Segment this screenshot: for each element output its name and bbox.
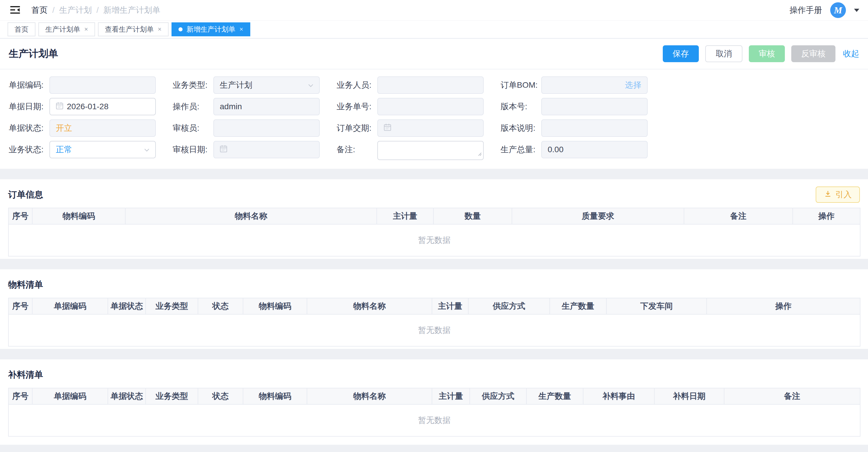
chevron-down-icon — [143, 146, 151, 156]
tab-label: 首页 — [14, 25, 29, 34]
audit-date-input — [231, 145, 313, 154]
doc-date-picker[interactable] — [50, 98, 156, 115]
column-header: 物料编码 — [243, 298, 307, 314]
tab-label: 查看生产计划单 — [105, 25, 154, 34]
operator-label: 操作员: — [173, 98, 213, 115]
total-qty-value: 0.00 — [548, 145, 564, 154]
doc-date-label: 单据日期: — [9, 98, 50, 115]
doc-header: 生产计划单 保存 取消 审核 反审核 收起 — [0, 39, 868, 69]
column-header: 生产数量 — [550, 298, 607, 314]
column-header: 供应方式 — [468, 298, 550, 314]
column-header: 状态 — [198, 298, 243, 314]
column-header: 序号 — [8, 388, 32, 405]
manual-link[interactable]: 操作手册 — [789, 5, 822, 16]
breadcrumb-home[interactable]: 首页 — [31, 5, 48, 16]
tab-label: 生产计划单 — [45, 25, 80, 34]
refill-list-table: 序号 单据编码 单据状态 业务类型 状态 物料编码 物料名称 主计量 供应方式 … — [8, 388, 861, 437]
doc-code-field — [50, 76, 156, 94]
cancel-button[interactable]: 取消 — [705, 45, 742, 62]
avatar[interactable]: M — [830, 2, 846, 18]
import-button[interactable]: 引入 — [816, 187, 860, 203]
version-no-input — [548, 102, 641, 111]
column-header: 补料事由 — [583, 388, 654, 405]
breadcrumb-current: 新增生产计划单 — [103, 5, 160, 16]
column-header: 物料名称 — [307, 298, 432, 314]
column-header: 物料编码 — [32, 208, 125, 224]
column-header: 主计量 — [432, 388, 470, 405]
close-icon[interactable]: × — [84, 26, 88, 33]
chevron-down-icon[interactable] — [854, 9, 859, 12]
tab-label: 新增生产计划单 — [187, 25, 236, 34]
calendar-icon — [220, 145, 227, 155]
operator-input — [220, 102, 313, 111]
resize-grip-icon[interactable] — [477, 149, 482, 158]
doc-status-field: 开立 — [50, 119, 156, 137]
column-header: 下发车间 — [607, 298, 707, 314]
column-header: 单据编码 — [32, 298, 108, 314]
order-bom-pick-link[interactable]: 选择 — [625, 79, 641, 91]
biz-status-select[interactable]: 正常 — [50, 141, 156, 158]
doc-status-label: 单据状态: — [9, 119, 50, 137]
tab-production-plan-list[interactable]: 生产计划单 × — [38, 22, 95, 36]
biz-type-label: 业务类型: — [173, 76, 213, 94]
order-info-table: 序号 物料编码 物料名称 主计量 数量 质量要求 备注 操作 暂无数据 — [8, 208, 861, 257]
breadcrumb-level1[interactable]: 生产计划 — [59, 5, 92, 16]
column-header: 主计量 — [432, 298, 468, 314]
version-no-label: 版本号: — [501, 98, 541, 115]
column-header: 备注 — [684, 208, 793, 224]
order-info-title: 订单信息 — [8, 189, 43, 201]
order-info-section: 订单信息 引入 序号 物料编码 物料名称 主计量 数量 质量要求 — [0, 179, 868, 259]
chevron-down-icon — [307, 82, 314, 91]
version-desc-field — [541, 119, 648, 137]
order-due-picker — [377, 119, 484, 137]
menu-fold-icon[interactable] — [9, 4, 22, 17]
material-list-section: 物料清单 序号 单据编码 单据状态 业务类型 状态 物料编码 物料名称 主计量 … — [0, 269, 868, 349]
biz-no-field — [377, 98, 484, 115]
auditor-label: 审核员: — [173, 119, 213, 137]
biz-type-select[interactable]: 生产计划 — [213, 76, 320, 94]
production-plan-card: 生产计划单 保存 取消 审核 反审核 收起 单据编码: 业务类型: 生产计划 — [0, 39, 868, 169]
column-header: 数量 — [433, 208, 512, 224]
audit-button[interactable]: 审核 — [749, 45, 785, 62]
remark-field[interactable] — [377, 141, 484, 160]
doc-code-input — [56, 80, 149, 90]
tab-home[interactable]: 首页 — [7, 22, 35, 36]
close-icon[interactable]: × — [158, 26, 162, 33]
doc-code-label: 单据编码: — [9, 76, 50, 94]
column-header: 供应方式 — [470, 388, 526, 405]
biz-status-label: 业务状态: — [9, 141, 50, 158]
audit-date-label: 审核日期: — [173, 141, 213, 158]
tab-view-production-plan[interactable]: 查看生产计划单 × — [98, 22, 168, 36]
topbar: 首页 / 生产计划 / 新增生产计划单 操作手册 M — [0, 0, 868, 21]
order-due-input — [395, 124, 477, 133]
remark-input[interactable] — [384, 143, 477, 153]
status-badge: 开立 — [56, 123, 72, 134]
column-header: 备注 — [724, 388, 860, 405]
column-header: 业务类型 — [146, 388, 198, 405]
column-header: 序号 — [8, 298, 32, 314]
column-header: 状态 — [198, 388, 243, 405]
tab-new-production-plan[interactable]: 新增生产计划单 × — [172, 22, 250, 36]
breadcrumb: 首页 / 生产计划 / 新增生产计划单 — [31, 5, 160, 16]
save-button[interactable]: 保存 — [663, 45, 699, 62]
column-header: 主计量 — [377, 208, 433, 224]
remark-label: 备注: — [337, 141, 377, 158]
doc-date-input[interactable] — [67, 102, 149, 111]
close-icon[interactable]: × — [240, 26, 243, 33]
audit-date-picker — [213, 141, 320, 158]
reverse-audit-button[interactable]: 反审核 — [791, 45, 835, 62]
version-no-field — [541, 98, 648, 115]
collapse-link[interactable]: 收起 — [843, 48, 859, 59]
tab-strip: 首页 生产计划单 × 查看生产计划单 × 新增生产计划单 × — [0, 21, 868, 39]
order-due-label: 订单交期: — [337, 119, 377, 137]
column-header: 单据状态 — [108, 388, 146, 405]
refill-list-title: 补料清单 — [8, 369, 43, 381]
column-header: 物料名称 — [125, 208, 377, 224]
column-header: 补料日期 — [654, 388, 724, 405]
biz-person-label: 业务人员: — [337, 76, 377, 94]
column-header: 物料编码 — [243, 388, 307, 405]
biz-no-input — [384, 102, 477, 111]
version-desc-input — [548, 124, 641, 133]
column-header: 单据状态 — [108, 298, 146, 314]
column-header: 生产数量 — [526, 388, 583, 405]
